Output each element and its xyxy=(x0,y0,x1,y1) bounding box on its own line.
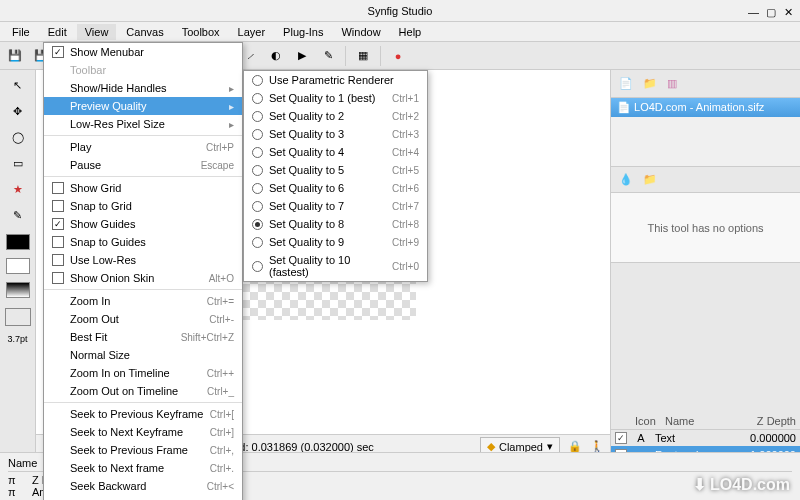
view-menu-item[interactable]: Show Grid xyxy=(44,179,242,197)
view-menu-item[interactable]: Show/Hide Handles▸ xyxy=(44,79,242,97)
menu-canvas[interactable]: Canvas xyxy=(118,24,171,40)
view-menu-item[interactable]: Use Low-Res xyxy=(44,251,242,269)
view-menu-item[interactable]: Seek to Previous KeyframeCtrl+[ xyxy=(44,405,242,423)
view-menu-item[interactable]: Snap to Grid xyxy=(44,197,242,215)
width-icon[interactable]: ◐ xyxy=(267,47,285,65)
grid-icon[interactable]: ▦ xyxy=(354,47,372,65)
view-menu: ✓Show MenubarToolbarShow/Hide Handles▸Pr… xyxy=(43,42,243,500)
menu-window[interactable]: Window xyxy=(333,24,388,40)
brush-size: 3.7pt xyxy=(7,334,27,344)
minimize-icon[interactable]: — xyxy=(748,6,758,16)
titlebar: Synfig Studio — ▢ ✕ xyxy=(0,0,800,22)
view-menu-item[interactable]: ✓Show Menubar xyxy=(44,43,242,61)
view-menu-item[interactable]: Seek to Next frameCtrl+. xyxy=(44,459,242,477)
quality-option[interactable]: Set Quality to 4Ctrl+4 xyxy=(244,143,427,161)
menu-file[interactable]: File xyxy=(4,24,38,40)
folder-icon[interactable]: 📁 xyxy=(643,77,657,90)
view-menu-item[interactable]: Snap to Guides xyxy=(44,233,242,251)
view-menu-item[interactable]: Normal Size xyxy=(44,346,242,364)
save-icon[interactable]: 💾 xyxy=(6,47,24,65)
preview-quality-submenu: Use Parametric RendererSet Quality to 1 … xyxy=(243,70,428,282)
menu-edit[interactable]: Edit xyxy=(40,24,75,40)
record-icon[interactable]: ● xyxy=(389,47,407,65)
window-title: Synfig Studio xyxy=(368,5,433,17)
quality-option[interactable]: Set Quality to 7Ctrl+7 xyxy=(244,197,427,215)
menu-view[interactable]: View xyxy=(77,24,117,40)
view-menu-item[interactable]: Seek to Next KeyframeCtrl+] xyxy=(44,423,242,441)
view-menu-item[interactable]: PauseEscape xyxy=(44,156,242,174)
tangent-icon[interactable]: ⟋ xyxy=(241,47,259,65)
layer-list-header: IconNameZ Depth xyxy=(611,413,800,430)
star-tool[interactable]: ★ xyxy=(7,178,29,200)
pencil-tool[interactable]: ✎ xyxy=(7,204,29,226)
file-header[interactable]: 📄 LO4D.com - Animation.sifz xyxy=(611,98,800,117)
rect-tool[interactable]: ▭ xyxy=(7,152,29,174)
close-icon[interactable]: ✕ xyxy=(784,6,794,16)
quality-option[interactable]: Set Quality to 6Ctrl+6 xyxy=(244,179,427,197)
new-file-icon[interactable]: 📄 xyxy=(619,77,633,90)
quality-option[interactable]: Set Quality to 2Ctrl+2 xyxy=(244,107,427,125)
menu-layer[interactable]: Layer xyxy=(230,24,274,40)
quality-option[interactable]: Use Parametric Renderer xyxy=(244,71,427,89)
circle-tool[interactable]: ◯ xyxy=(7,126,29,148)
brush-icon[interactable]: ✎ xyxy=(319,47,337,65)
menubar: FileEditViewCanvasToolboxLayerPlug-InsWi… xyxy=(0,22,800,42)
view-menu-item[interactable]: PlayCtrl+P xyxy=(44,138,242,156)
view-menu-item[interactable]: ✓Show Guides xyxy=(44,215,242,233)
maximize-icon[interactable]: ▢ xyxy=(766,6,776,16)
view-menu-item[interactable]: Zoom In on TimelineCtrl++ xyxy=(44,364,242,382)
quality-option[interactable]: Set Quality to 9Ctrl+9 xyxy=(244,233,427,251)
view-menu-item[interactable]: Zoom OutCtrl+- xyxy=(44,310,242,328)
watermark: ⬇ LO4D.com xyxy=(693,475,790,494)
view-menu-item[interactable]: Seek BackwardCtrl+< xyxy=(44,477,242,495)
view-menu-item[interactable]: Low-Res Pixel Size▸ xyxy=(44,115,242,133)
folder2-icon[interactable]: 📁 xyxy=(643,173,657,186)
quality-option[interactable]: Set Quality to 8Ctrl+8 xyxy=(244,215,427,233)
view-menu-item[interactable]: Seek to Previous FrameCtrl+, xyxy=(44,441,242,459)
quality-option[interactable]: Set Quality to 5Ctrl+5 xyxy=(244,161,427,179)
arrow-tool[interactable]: ↖ xyxy=(7,74,29,96)
transform-tool[interactable]: ✥ xyxy=(7,100,29,122)
view-menu-item[interactable]: Preview Quality▸ xyxy=(44,97,242,115)
right-panels: 📄 📁 ▥ 📄 LO4D.com - Animation.sifz 💧 📁 Th… xyxy=(610,70,800,500)
view-menu-item: Toolbar xyxy=(44,61,242,79)
layer-icon[interactable]: ▥ xyxy=(667,77,677,90)
quality-option[interactable]: Set Quality to 1 (best)Ctrl+1 xyxy=(244,89,427,107)
layer-row[interactable]: ✓AText0.000000 xyxy=(611,430,800,446)
color-white[interactable] xyxy=(6,258,30,274)
angle-icon[interactable]: ▶ xyxy=(293,47,311,65)
color-black[interactable] xyxy=(6,234,30,250)
menu-toolbox[interactable]: Toolbox xyxy=(174,24,228,40)
view-menu-item[interactable]: Zoom InCtrl+= xyxy=(44,292,242,310)
view-menu-item[interactable]: Best FitShift+Ctrl+Z xyxy=(44,328,242,346)
tool-palette: ↖ ✥ ◯ ▭ ★ ✎ 3.7pt xyxy=(0,70,36,500)
quality-option[interactable]: Set Quality to 10 (fastest)Ctrl+0 xyxy=(244,251,427,281)
tool-options-panel: This tool has no options xyxy=(611,193,800,263)
brush-preview[interactable] xyxy=(5,308,31,326)
menu-plug-ins[interactable]: Plug-Ins xyxy=(275,24,331,40)
menu-help[interactable]: Help xyxy=(391,24,430,40)
gradient-swatch[interactable] xyxy=(6,282,30,298)
view-menu-item[interactable]: Show Onion SkinAlt+O xyxy=(44,269,242,287)
view-menu-item[interactable]: Zoom Out on TimelineCtrl+_ xyxy=(44,382,242,400)
quality-option[interactable]: Set Quality to 3Ctrl+3 xyxy=(244,125,427,143)
view-menu-item[interactable]: Seek ForwardCtrl+> xyxy=(44,495,242,500)
drop-icon[interactable]: 💧 xyxy=(619,173,633,186)
